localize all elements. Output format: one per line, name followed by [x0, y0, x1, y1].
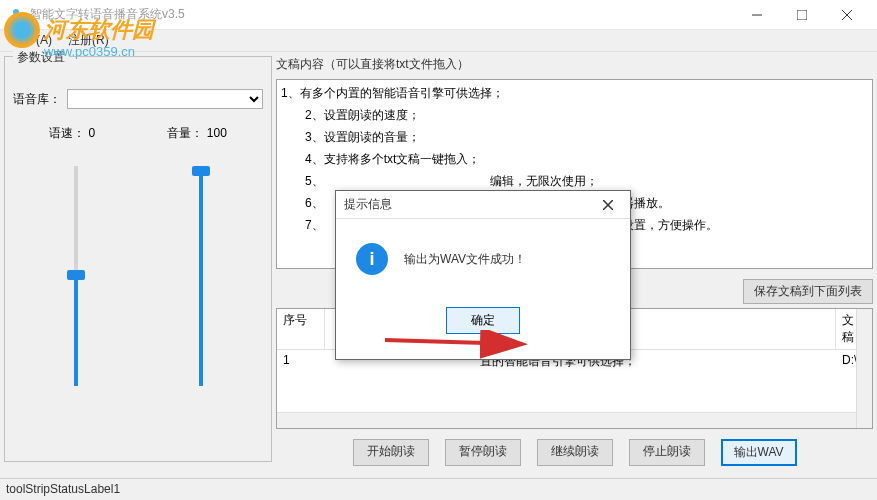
- voice-lib-select[interactable]: [67, 89, 263, 109]
- speed-label: 语速：: [49, 126, 85, 140]
- svg-point-0: [13, 9, 19, 15]
- dialog-ok-button[interactable]: 确定: [446, 307, 520, 334]
- cell-seq: 1: [277, 350, 325, 373]
- svg-rect-2: [13, 20, 19, 21]
- params-legend: 参数设置: [13, 49, 69, 66]
- col-seq[interactable]: 序号: [277, 309, 325, 349]
- message-dialog: 提示信息 i 输出为WAV文件成功！ 确定: [335, 190, 631, 360]
- menu-bar: 关于(A) 注册(R): [0, 30, 877, 52]
- speed-value: 0: [88, 126, 95, 140]
- content-label: 文稿内容（可以直接将txt文件拖入）: [276, 56, 873, 73]
- resume-read-button[interactable]: 继续朗读: [537, 439, 613, 466]
- app-icon: [8, 7, 24, 23]
- dialog-close-button[interactable]: [594, 191, 622, 219]
- svg-rect-4: [797, 10, 807, 20]
- speed-slider[interactable]: [74, 166, 78, 386]
- volume-value: 100: [207, 126, 227, 140]
- status-bar: toolStripStatusLabel1: [0, 478, 877, 500]
- pause-read-button[interactable]: 暂停朗读: [445, 439, 521, 466]
- window-title: 智能文字转语音播音系统v3.5: [30, 6, 734, 23]
- menu-about[interactable]: 关于(A): [4, 30, 60, 51]
- maximize-button[interactable]: [779, 0, 824, 30]
- menu-register[interactable]: 注册(R): [60, 30, 117, 51]
- close-button[interactable]: [824, 0, 869, 30]
- title-bar: 智能文字转语音播音系统v3.5: [0, 0, 877, 30]
- text-line: 5、 编辑，无限次使用；: [281, 170, 868, 192]
- volume-label: 音量：: [167, 126, 203, 140]
- params-fieldset: 参数设置 语音库： 语速： 0 音量： 100: [4, 56, 272, 462]
- minimize-button[interactable]: [734, 0, 779, 30]
- list-vscroll[interactable]: [856, 309, 872, 428]
- start-read-button[interactable]: 开始朗读: [353, 439, 429, 466]
- dialog-title: 提示信息: [344, 196, 594, 213]
- save-content-button[interactable]: 保存文稿到下面列表: [743, 279, 873, 304]
- text-line: 3、设置朗读的音量；: [281, 126, 868, 148]
- dialog-message: 输出为WAV文件成功！: [404, 251, 526, 268]
- voice-lib-label: 语音库：: [13, 91, 61, 108]
- info-icon: i: [356, 243, 388, 275]
- text-line: 4、支持将多个txt文稿一键拖入；: [281, 148, 868, 170]
- export-wav-button[interactable]: 输出WAV: [721, 439, 797, 466]
- volume-slider[interactable]: [199, 166, 203, 386]
- list-hscroll[interactable]: [277, 412, 856, 428]
- text-line: 1、有多个内置的智能语音引擎可供选择；: [281, 82, 868, 104]
- stop-read-button[interactable]: 停止朗读: [629, 439, 705, 466]
- svg-rect-1: [15, 15, 17, 20]
- text-line: 2、设置朗读的速度；: [281, 104, 868, 126]
